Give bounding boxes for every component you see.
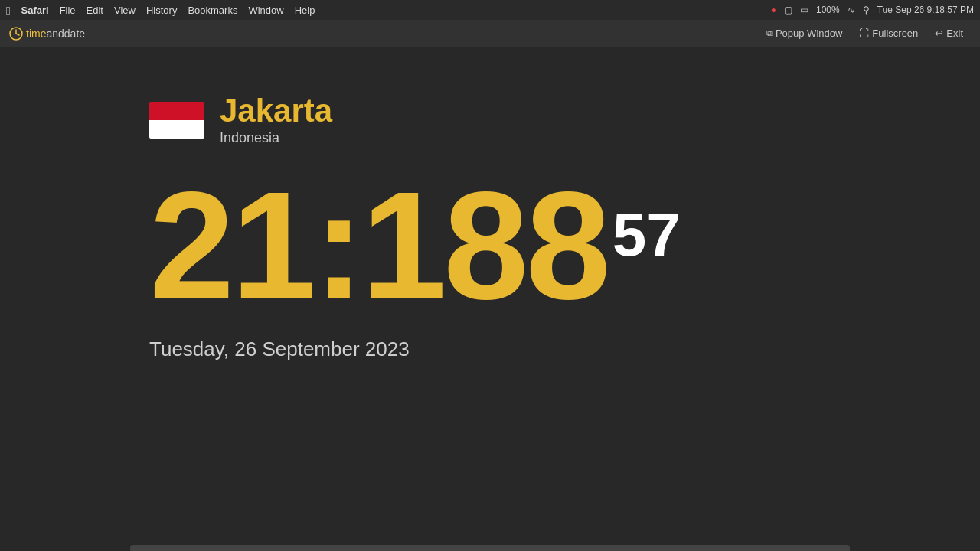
browser-bar: timeanddate ⧉ Popup Window ⛶ Fullscreen … (0, 20, 980, 47)
clock-date: Tuesday, 26 September 2023 (149, 337, 410, 361)
menu-bar-right: ● ▢ ▭ 100% ∿ ⚲ Tue Sep 26 9:18:57 PM (771, 5, 974, 15)
screen-record-icon: ▢ (784, 5, 792, 15)
exit-button[interactable]: ↩ Exit (927, 24, 971, 42)
flag-white-stripe (149, 120, 204, 139)
fullscreen-label: Fullscreen (872, 28, 918, 39)
brand-logo: timeanddate (9, 27, 85, 41)
indonesia-flag (149, 102, 204, 139)
city-info: Jakarta Indonesia (220, 93, 332, 146)
brand-name: timeanddate (26, 28, 85, 40)
popup-window-button[interactable]: ⧉ Popup Window (759, 24, 850, 42)
menu-history[interactable]: History (146, 5, 177, 16)
country-name: Indonesia (220, 130, 332, 146)
menu-view[interactable]: View (114, 5, 136, 16)
exit-label: Exit (946, 28, 963, 39)
recording-indicator: ● (771, 5, 776, 15)
browser-bar-right: ⧉ Popup Window ⛶ Fullscreen ↩ Exit (759, 24, 971, 42)
menu-safari[interactable]: Safari (21, 5, 48, 16)
exit-icon: ↩ (935, 28, 943, 39)
menu-window[interactable]: Window (248, 5, 283, 16)
svg-line-2 (16, 34, 19, 35)
search-icon[interactable]: ⚲ (863, 5, 870, 15)
timeanddate-logo-icon (9, 27, 23, 41)
battery-icon: ▭ (800, 5, 808, 15)
main-content: Jakarta Indonesia 21:188 57 Tuesday, 26 … (0, 47, 980, 551)
menu-bookmarks[interactable]: Bookmarks (188, 5, 237, 16)
city-header: Jakarta Indonesia (149, 93, 332, 146)
popup-icon: ⧉ (766, 28, 773, 38)
clock-seconds: 57 (612, 200, 681, 270)
menu-edit[interactable]: Edit (87, 5, 103, 16)
bottom-scrollbar[interactable] (130, 545, 850, 551)
battery-percent: 100% (816, 5, 840, 15)
clock-hours-minutes: 21:188 (149, 177, 608, 315)
menu-bar-left:  Safari File Edit View History Bookmark… (6, 4, 315, 17)
wifi-icon: ∿ (848, 5, 855, 15)
datetime-display: Tue Sep 26 9:18:57 PM (877, 5, 974, 15)
browser-bar-left: timeanddate (9, 27, 85, 41)
flag-red-stripe (149, 102, 204, 120)
popup-window-label: Popup Window (776, 28, 842, 39)
fullscreen-icon: ⛶ (859, 28, 869, 39)
fullscreen-button[interactable]: ⛶ Fullscreen (851, 24, 926, 42)
menu-file[interactable]: File (60, 5, 76, 16)
clock-display: 21:188 57 (149, 177, 681, 315)
apple-menu[interactable]:  (6, 4, 10, 17)
menu-bar:  Safari File Edit View History Bookmark… (0, 0, 980, 20)
menu-help[interactable]: Help (295, 5, 315, 16)
city-name: Jakarta (220, 93, 332, 129)
